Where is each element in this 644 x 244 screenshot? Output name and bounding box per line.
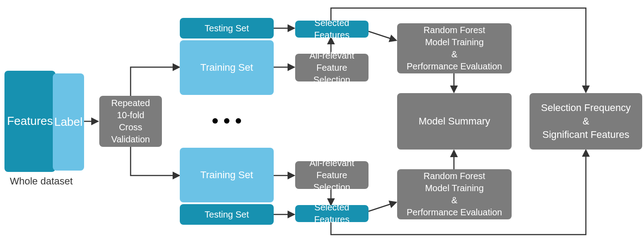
top-rf-box: Random Forest Model Training & Performan… <box>397 23 512 73</box>
bot-feature-sel-box: All-relevant Feature Selection <box>295 161 369 189</box>
bot-testing-label: Testing Set <box>205 209 249 221</box>
summary-text: Model Summary <box>419 115 490 128</box>
bot-feature-sel-text: All-relevant Feature Selection <box>298 157 366 193</box>
arrow-cv-top <box>131 67 179 96</box>
arrow-cv-bottom <box>131 147 179 176</box>
bot-rf-box: Random Forest Model Training & Performan… <box>397 169 512 219</box>
top-training-box: Training Set <box>180 40 274 95</box>
bot-testing-box: Testing Set <box>180 204 274 225</box>
bot-rf-text: Random Forest Model Training & Performan… <box>407 170 502 218</box>
top-feature-sel-text: All-relevant Feature Selection <box>298 50 366 86</box>
top-rf-text: Random Forest Model Training & Performan… <box>407 24 502 73</box>
features-box: Features <box>4 71 55 172</box>
bot-selected-text: Selected Features <box>298 201 366 226</box>
features-label: Features <box>7 113 53 129</box>
top-testing-label: Testing Set <box>205 22 249 34</box>
label-label: Label <box>54 114 83 130</box>
arrow-top-sel-rf <box>369 31 396 40</box>
top-selected-box: Selected Features <box>295 21 369 38</box>
top-testing-box: Testing Set <box>180 18 274 39</box>
top-selected-text: Selected Features <box>298 17 366 41</box>
cv-text: Repeated 10-fold Cross Validation <box>102 97 159 146</box>
sel-freq-text: Selection Frequency & Significant Featur… <box>541 101 631 141</box>
bot-selected-box: Selected Features <box>295 205 369 222</box>
sel-freq-box: Selection Frequency & Significant Featur… <box>530 93 642 150</box>
label-box: Label <box>53 73 84 171</box>
top-feature-sel-box: All-relevant Feature Selection <box>295 54 369 81</box>
cv-box: Repeated 10-fold Cross Validation <box>99 96 162 147</box>
whole-dataset-caption: Whole dataset <box>10 176 73 187</box>
summary-box: Model Summary <box>397 93 512 150</box>
top-training-label: Training Set <box>200 61 253 74</box>
bot-training-label: Training Set <box>200 168 253 182</box>
arrow-bot-sel-rf <box>369 202 396 211</box>
bot-training-box: Training Set <box>180 148 274 202</box>
ellipsis-dots <box>212 118 241 124</box>
